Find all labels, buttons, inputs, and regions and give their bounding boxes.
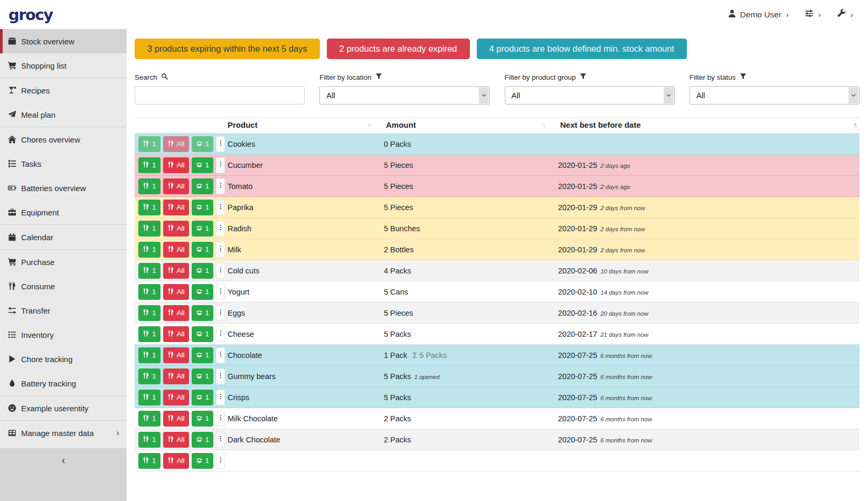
row-more-button[interactable]: [216, 221, 225, 237]
sidebar-item-example-userentity[interactable]: Example userentity: [0, 396, 127, 420]
product-column-header[interactable]: Product ↑↓: [225, 118, 384, 133]
sort-icon[interactable]: ↑↓: [367, 121, 370, 129]
top-navbar: grocy Demo User › › ›: [0, 0, 868, 29]
row-more-button[interactable]: [216, 178, 225, 194]
row-more-button[interactable]: [216, 284, 225, 300]
open-one-button[interactable]: 1: [192, 136, 214, 152]
sidebar-item-battery-tracking[interactable]: Battery tracking: [0, 371, 127, 395]
settings-menu[interactable]: ›: [805, 9, 821, 20]
row-more-button[interactable]: [216, 200, 225, 215]
row-more-button[interactable]: [216, 157, 225, 173]
consume-all-button[interactable]: All: [163, 347, 189, 363]
row-more-button[interactable]: [216, 411, 225, 427]
search-input[interactable]: [135, 86, 305, 105]
open-one-button[interactable]: 1: [192, 178, 214, 194]
expired-alert[interactable]: 2 products are already expired: [327, 39, 470, 59]
open-one-button[interactable]: 1: [192, 326, 214, 342]
sidebar-item-inventory[interactable]: Inventory: [0, 323, 127, 347]
sidebar-item-meal-plan[interactable]: Meal plan: [0, 102, 127, 127]
sidebar-item-purchase[interactable]: Purchase: [0, 250, 127, 274]
location-select[interactable]: All: [319, 86, 489, 105]
consume-all-button[interactable]: All: [163, 368, 189, 384]
sort-icon[interactable]: ↑↓: [853, 121, 856, 129]
open-one-button[interactable]: 1: [192, 347, 214, 363]
consume-one-button[interactable]: 1: [138, 347, 161, 363]
app-logo[interactable]: grocy: [8, 6, 53, 24]
consume-one-button[interactable]: 1: [138, 453, 161, 469]
row-more-button[interactable]: [216, 136, 225, 152]
sidebar-item-shopping-list[interactable]: Shopping list: [0, 53, 127, 78]
admin-menu[interactable]: ›: [837, 9, 853, 20]
sidebar-item-consume[interactable]: Consume: [0, 274, 127, 298]
consume-all-button[interactable]: All: [163, 136, 189, 152]
sidebar-collapse-button[interactable]: ‹: [0, 448, 127, 501]
open-one-button[interactable]: 1: [192, 432, 214, 448]
consume-one-button[interactable]: 1: [138, 178, 161, 194]
sidebar-item-calendar[interactable]: Calendar: [0, 225, 127, 249]
sidebar-item-equipment[interactable]: Equipment: [0, 200, 127, 224]
expiring-soon-alert[interactable]: 3 products expiring within the next 5 da…: [135, 39, 320, 59]
row-more-button[interactable]: [216, 368, 225, 384]
consume-one-button[interactable]: 1: [138, 284, 161, 300]
sidebar-item-batteries-overview[interactable]: Batteries overview: [0, 176, 127, 200]
open-one-button[interactable]: 1: [192, 242, 214, 258]
below-min-stock-alert[interactable]: 4 products are below defined min. stock …: [477, 39, 687, 59]
consume-all-button[interactable]: All: [163, 432, 189, 448]
consume-all-button[interactable]: All: [163, 200, 189, 215]
open-one-button[interactable]: 1: [192, 284, 214, 300]
open-one-button[interactable]: 1: [192, 453, 214, 469]
open-one-button[interactable]: 1: [192, 390, 214, 405]
consume-one-button[interactable]: 1: [138, 157, 161, 173]
best-before-column-header[interactable]: Next best before date ↑↓: [558, 118, 860, 133]
consume-one-button[interactable]: 1: [138, 411, 161, 427]
consume-all-button[interactable]: All: [163, 178, 189, 194]
row-more-button[interactable]: [216, 305, 225, 321]
sidebar-item-tasks[interactable]: Tasks: [0, 152, 127, 176]
consume-all-button[interactable]: All: [163, 157, 189, 173]
consume-all-button[interactable]: All: [163, 305, 189, 321]
open-one-button[interactable]: 1: [192, 157, 214, 173]
product-group-select[interactable]: All: [505, 86, 675, 105]
consume-one-button[interactable]: 1: [138, 263, 161, 279]
consume-one-button[interactable]: 1: [138, 242, 161, 258]
sort-icon[interactable]: ↑↓: [541, 121, 544, 129]
open-one-button[interactable]: 1: [192, 368, 214, 384]
row-more-button[interactable]: [216, 347, 225, 363]
sidebar-item-recipes[interactable]: Recipes: [0, 78, 127, 102]
status-select[interactable]: All: [690, 86, 860, 105]
consume-all-button[interactable]: All: [163, 221, 189, 237]
consume-all-button[interactable]: All: [163, 453, 189, 469]
open-one-button[interactable]: 1: [192, 263, 214, 279]
row-more-button[interactable]: [216, 390, 225, 405]
consume-all-button[interactable]: All: [163, 242, 189, 258]
sidebar-item-chore-tracking[interactable]: Chore tracking: [0, 347, 127, 371]
consume-one-button[interactable]: 1: [138, 326, 161, 342]
consume-one-button[interactable]: 1: [138, 390, 161, 405]
sidebar-item-stock-overview[interactable]: Stock overview: [0, 29, 127, 53]
consume-all-button[interactable]: All: [163, 284, 189, 300]
consume-all-button[interactable]: All: [163, 390, 189, 405]
consume-one-button[interactable]: 1: [138, 368, 161, 384]
user-menu[interactable]: Demo User ›: [728, 9, 789, 20]
sidebar-item-manage-master-data[interactable]: Manage master data ›: [0, 421, 127, 445]
consume-all-button[interactable]: All: [163, 263, 189, 279]
consume-one-button[interactable]: 1: [138, 432, 161, 448]
consume-one-button[interactable]: 1: [138, 221, 161, 237]
row-more-button[interactable]: [216, 432, 225, 448]
open-one-button[interactable]: 1: [192, 305, 214, 321]
open-one-button[interactable]: 1: [192, 200, 214, 215]
row-more-button[interactable]: [216, 326, 225, 342]
consume-one-button[interactable]: 1: [138, 136, 161, 152]
consume-one-button[interactable]: 1: [138, 200, 161, 215]
row-more-button[interactable]: [216, 453, 225, 469]
open-one-button[interactable]: 1: [192, 411, 214, 427]
row-more-button[interactable]: [216, 263, 225, 279]
amount-column-header[interactable]: Amount ↑↓: [384, 118, 558, 133]
sidebar-item-transfer[interactable]: Transfer: [0, 298, 127, 323]
open-one-button[interactable]: 1: [192, 221, 214, 237]
consume-one-button[interactable]: 1: [138, 305, 161, 321]
consume-all-button[interactable]: All: [163, 411, 189, 427]
sidebar-item-chores-overview[interactable]: Chores overview: [0, 127, 127, 152]
consume-all-button[interactable]: All: [163, 326, 189, 342]
row-more-button[interactable]: [216, 242, 225, 258]
